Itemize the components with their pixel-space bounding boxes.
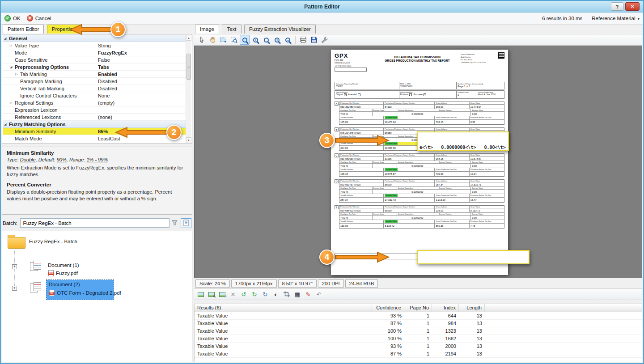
results-header-confidence[interactable]: Confidence	[372, 304, 404, 312]
results-header-page[interactable]: Page No	[404, 304, 432, 312]
property-label: Preprocessing Options	[15, 64, 98, 70]
tree-item-otc-pdf[interactable]: OTC Form - Degraded 2.pdf	[57, 290, 121, 296]
expander-icon[interactable]: ◢	[4, 37, 9, 40]
help-button[interactable]: ?	[611, 2, 623, 11]
save-icon[interactable]	[309, 35, 319, 45]
image-zoom-tool-icon[interactable]: ≡	[218, 290, 227, 299]
reference-material-dropdown[interactable]: Reference Material▾	[592, 16, 640, 21]
expander-icon[interactable]: ▷	[10, 101, 15, 105]
result-row[interactable]: Taxable Value 93 % 1 644 13	[195, 312, 642, 320]
result-length: 13	[459, 328, 485, 334]
property-label: Paragraph Marking	[20, 79, 98, 84]
document-page: GPX Form 300 Revised 10-2014 -OFFICE USE…	[331, 50, 508, 275]
image-tool-icon[interactable]	[196, 290, 205, 299]
zoom-out-icon[interactable]: −	[261, 35, 271, 45]
status-inches: 8.50" x 10.97"	[278, 279, 317, 288]
property-row[interactable]: ◢ General	[3, 35, 186, 42]
expander-icon[interactable]: ◢	[4, 123, 9, 126]
annotate-pen-icon[interactable]: ✎	[304, 290, 313, 299]
result-row[interactable]: Taxable Value 87 % 1 984 13	[195, 320, 642, 327]
property-value: Tabs	[98, 64, 186, 70]
delete-tool-icon[interactable]: ✕	[229, 290, 237, 299]
property-row[interactable]: ◢ Preprocessing Options Tabs	[3, 63, 186, 71]
property-row[interactable]: Ignore Control Characters None	[3, 92, 186, 99]
tree-root-label[interactable]: Fuzzy RegEx - Batch	[29, 239, 77, 244]
folder-icon[interactable]	[8, 235, 25, 249]
open-document-button[interactable]	[181, 218, 191, 228]
image-viewer[interactable]: GPX Form 300 Revised 10-2014 -OFFICE USE…	[194, 46, 642, 278]
results-grid: Results (6) Confidence Page No Index Len…	[194, 304, 642, 362]
tab-fuzzy-extraction-visualizer[interactable]: Fuzzy Extraction Visualizer	[244, 25, 316, 34]
scroll-down-icon[interactable]: ▼	[186, 137, 191, 143]
property-row[interactable]: Referenced Lexicons (none)	[3, 114, 186, 121]
results-header-index[interactable]: Index	[432, 304, 459, 312]
scroll-up-icon[interactable]: ▲	[186, 35, 191, 41]
result-row[interactable]: Taxable Value 100 % 1 1323 13	[195, 327, 642, 335]
result-page: 1	[404, 336, 432, 341]
property-grid-scrollbar[interactable]: ▲ ≡ ▼	[186, 35, 191, 143]
property-row[interactable]: Case Sensitive False	[3, 56, 186, 63]
expander-icon[interactable]: ▷	[10, 44, 15, 47]
tab-pattern-editor[interactable]: Pattern Editor	[3, 25, 44, 34]
document-stack-icon[interactable]	[30, 282, 42, 292]
property-row[interactable]: ▷ Regional Settings (empty)	[3, 99, 186, 106]
refresh-icon[interactable]: ↻	[261, 290, 270, 299]
document-stack-icon[interactable]	[30, 261, 42, 271]
result-confidence: 93 %	[372, 343, 404, 349]
zoom-in-icon[interactable]: +	[250, 35, 260, 45]
results-header-name[interactable]: Results (6)	[195, 304, 372, 312]
property-label: Mode	[15, 50, 98, 55]
property-row[interactable]: Paragraph Marking Disabled	[3, 78, 186, 85]
expand-plus-icon[interactable]: +	[12, 264, 17, 269]
rotate-cw-icon[interactable]: ↻	[250, 290, 259, 299]
tree-item-document-1[interactable]: Document (1)	[48, 262, 79, 268]
taxable-value-match-highlight: Taxable Value	[385, 194, 398, 197]
result-row[interactable]: Taxable Value 87 % 1 2194 13	[195, 350, 642, 358]
results-header-length[interactable]: Length	[459, 304, 485, 312]
close-button[interactable]: ✕	[625, 2, 640, 11]
pointer-tool-icon[interactable]	[197, 35, 207, 45]
tab-image[interactable]: Image	[195, 25, 219, 34]
actual-size-icon[interactable]: 1	[272, 35, 282, 45]
select-region-tool-icon[interactable]	[218, 35, 228, 45]
undo-icon[interactable]: ↶	[314, 290, 323, 299]
grid-table-icon[interactable]: ▦	[293, 290, 302, 299]
pan-hand-tool-icon[interactable]	[208, 35, 217, 45]
expander-icon[interactable]: ▷	[15, 72, 20, 76]
advanced-settings-wrench-icon[interactable]	[320, 35, 330, 45]
result-row[interactable]: Taxable Value 93 % 1 2000 13	[195, 343, 642, 350]
tree-item-fuzzy-pdf[interactable]: Fuzzy.pdf	[56, 271, 78, 276]
batch-combobox[interactable]: Fuzzy RegEx - Batch	[20, 218, 169, 228]
zoom-tool-icon[interactable]	[240, 35, 250, 45]
section-value-row: 287.3417,332.731,213.2916.47	[339, 198, 504, 202]
property-row[interactable]: Expression Lexicon	[3, 106, 186, 114]
result-confidence: 100 %	[372, 336, 404, 341]
fit-page-icon[interactable]: ↔	[283, 35, 292, 45]
tab-text[interactable]: Text	[222, 25, 241, 34]
filter-funnel-icon[interactable]	[172, 220, 178, 226]
section-value-row: 165.0910,473.64733.159.95	[339, 120, 504, 124]
rotate-ccw-icon[interactable]: ↺	[239, 290, 248, 299]
property-label: Referenced Lexicons	[15, 114, 98, 120]
result-length: 13	[459, 313, 485, 318]
scrollbar-thumb[interactable]: ≡	[186, 54, 191, 80]
expander-icon[interactable]: ◢	[10, 65, 15, 69]
property-row[interactable]: Mode FuzzyRegEx	[3, 49, 186, 56]
pattern-editor-window: Pattern Editor ? ✕ ✓ OK ✕ Cancel 6 resul…	[0, 0, 644, 364]
command-bar: ✓ OK ✕ Cancel 6 results in 30 ms Referen…	[1, 13, 643, 25]
cancel-button[interactable]: ✕ Cancel	[27, 15, 51, 21]
divider	[587, 15, 587, 22]
tree-item-document-2[interactable]: Document (2)	[49, 282, 80, 287]
crop-icon[interactable]	[282, 290, 291, 299]
annotation-step-4: 4	[319, 250, 335, 265]
property-row[interactable]: ▷ Tab Marking Enabled	[3, 71, 186, 78]
zoom-region-tool-icon[interactable]	[229, 35, 239, 45]
invert-contrast-icon[interactable]: ◐	[271, 290, 280, 299]
property-row[interactable]: Vertical Tab Marking Disabled	[3, 85, 186, 92]
print-icon[interactable]	[298, 35, 308, 45]
ok-button[interactable]: ✓ OK	[4, 15, 21, 21]
result-row[interactable]: Taxable Value 100 % 1 1662 13	[195, 335, 642, 343]
image-edit-tool-icon[interactable]: ✎	[207, 290, 216, 299]
property-row[interactable]: ▷ Value Type String	[3, 42, 186, 49]
expand-plus-icon[interactable]: +	[12, 286, 17, 291]
